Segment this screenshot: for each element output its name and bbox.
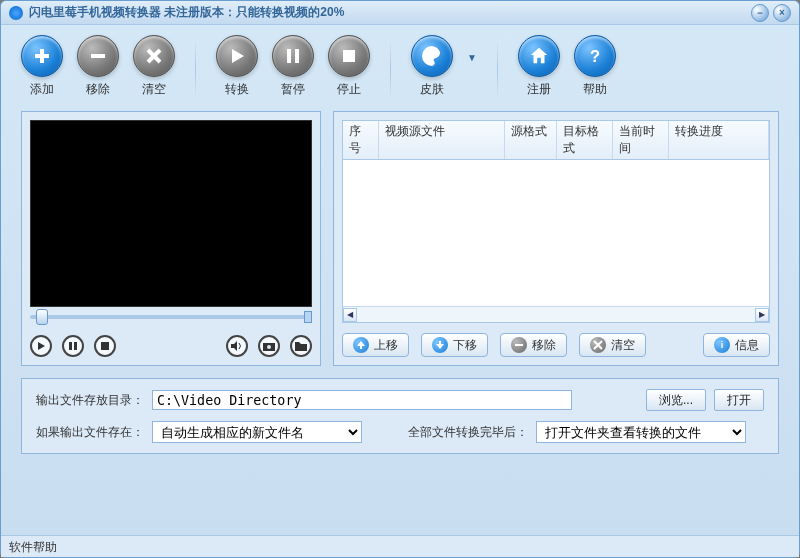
table-header: 序号 视频源文件 源格式 目标格式 当前时间 转换进度 xyxy=(343,121,769,160)
svg-marker-8 xyxy=(38,342,45,350)
svg-rect-10 xyxy=(74,342,77,350)
svg-rect-5 xyxy=(295,49,299,63)
col-progress[interactable]: 转换进度 xyxy=(669,121,769,159)
svg-rect-6 xyxy=(343,50,355,62)
preview-stop-button[interactable] xyxy=(94,335,116,357)
col-index[interactable]: 序号 xyxy=(343,121,379,159)
info-button[interactable]: i 信息 xyxy=(703,333,770,357)
col-source[interactable]: 视频源文件 xyxy=(379,121,505,159)
info-icon: i xyxy=(717,340,727,350)
horizontal-scrollbar[interactable]: ◀ ▶ xyxy=(343,306,769,322)
preview-volume-button[interactable] xyxy=(226,335,248,357)
after-label: 全部文件转换完毕后： xyxy=(408,424,528,441)
svg-rect-17 xyxy=(515,344,523,346)
after-select[interactable]: 打开文件夹查看转换的文件 xyxy=(536,421,746,443)
browse-button[interactable]: 浏览... xyxy=(646,389,706,411)
arrow-down-icon xyxy=(435,340,445,350)
titlebar[interactable]: 闪电里莓手机视频转换器 未注册版本：只能转换视频的20% － × xyxy=(1,1,799,25)
x-icon xyxy=(144,46,164,66)
output-panel: 输出文件存放目录： 浏览... 打开 如果输出文件存在： 自动生成相应的新文件名… xyxy=(21,378,779,454)
output-dir-input[interactable] xyxy=(152,390,572,410)
svg-text:?: ? xyxy=(590,47,600,65)
separator xyxy=(497,39,498,99)
separator xyxy=(195,39,196,99)
add-button[interactable]: 添加 xyxy=(21,35,63,98)
list-remove-button[interactable]: 移除 xyxy=(500,333,567,357)
scroll-left-icon[interactable]: ◀ xyxy=(343,308,357,322)
folder-icon xyxy=(295,341,307,351)
col-time[interactable]: 当前时间 xyxy=(613,121,669,159)
convert-button[interactable]: 转换 xyxy=(216,35,258,98)
preview-pause-button[interactable] xyxy=(62,335,84,357)
content-area: 序号 视频源文件 源格式 目标格式 当前时间 转换进度 ◀ ▶ 上移 xyxy=(1,105,799,366)
file-list-panel: 序号 视频源文件 源格式 目标格式 当前时间 转换进度 ◀ ▶ 上移 xyxy=(333,111,779,366)
output-dir-label: 输出文件存放目录： xyxy=(36,392,144,409)
preview-folder-button[interactable] xyxy=(290,335,312,357)
preview-panel xyxy=(21,111,321,366)
home-icon xyxy=(528,45,550,67)
seek-thumb[interactable] xyxy=(36,309,48,325)
register-button[interactable]: 注册 xyxy=(518,35,560,98)
svg-rect-9 xyxy=(69,342,72,350)
play-icon xyxy=(227,46,247,66)
remove-button[interactable]: 移除 xyxy=(77,35,119,98)
speaker-icon xyxy=(231,341,243,351)
svg-text:i: i xyxy=(721,340,724,350)
help-icon: ? xyxy=(584,45,606,67)
status-text: 软件帮助 xyxy=(9,540,57,554)
minus-icon xyxy=(88,46,108,66)
svg-marker-3 xyxy=(232,49,244,63)
svg-point-14 xyxy=(267,345,271,349)
preview-play-button[interactable] xyxy=(30,335,52,357)
stop-button[interactable]: 停止 xyxy=(328,35,370,98)
svg-rect-11 xyxy=(101,342,109,350)
svg-rect-2 xyxy=(91,54,105,58)
pause-button[interactable]: 暂停 xyxy=(272,35,314,98)
movedown-button[interactable]: 下移 xyxy=(421,333,488,357)
title-text: 闪电里莓手机视频转换器 未注册版本：只能转换视频的20% xyxy=(29,4,751,21)
minimize-button[interactable]: － xyxy=(751,4,769,22)
table-body[interactable] xyxy=(343,160,769,306)
preview-snapshot-button[interactable] xyxy=(258,335,280,357)
svg-marker-12 xyxy=(231,341,237,351)
plus-icon xyxy=(32,46,52,66)
pause-icon xyxy=(283,46,303,66)
main-toolbar: 添加 移除 清空 转换 暂停 停止 xyxy=(1,25,799,105)
skin-button[interactable]: 皮肤 xyxy=(411,35,453,98)
svg-rect-4 xyxy=(287,49,291,63)
exists-select[interactable]: 自动生成相应的新文件名 xyxy=(152,421,362,443)
scroll-right-icon[interactable]: ▶ xyxy=(755,308,769,322)
open-folder-button[interactable]: 打开 xyxy=(714,389,764,411)
seek-end-marker[interactable] xyxy=(304,311,312,323)
arrow-up-icon xyxy=(356,340,366,350)
help-button[interactable]: ? 帮助 xyxy=(574,35,616,98)
svg-marker-16 xyxy=(436,341,444,349)
statusbar: 软件帮助 xyxy=(1,535,799,557)
stop-icon xyxy=(100,341,110,351)
window-controls: － × xyxy=(751,4,791,22)
clear-button[interactable]: 清空 xyxy=(133,35,175,98)
app-icon xyxy=(9,6,23,20)
list-clear-button[interactable]: 清空 xyxy=(579,333,646,357)
stop-icon xyxy=(339,46,359,66)
play-icon xyxy=(36,341,46,351)
seek-slider[interactable] xyxy=(30,307,312,329)
video-preview[interactable] xyxy=(30,120,312,307)
col-srcformat[interactable]: 源格式 xyxy=(505,121,557,159)
minus-icon xyxy=(514,340,524,350)
exists-label: 如果输出文件存在： xyxy=(36,424,144,441)
pause-icon xyxy=(68,341,78,351)
col-dstformat[interactable]: 目标格式 xyxy=(557,121,613,159)
separator xyxy=(390,39,391,99)
file-table[interactable]: 序号 视频源文件 源格式 目标格式 当前时间 转换进度 ◀ ▶ xyxy=(342,120,770,323)
app-window: 闪电里莓手机视频转换器 未注册版本：只能转换视频的20% － × 添加 移除 清… xyxy=(0,0,800,558)
chevron-down-icon[interactable]: ▼ xyxy=(467,52,477,63)
svg-rect-1 xyxy=(35,54,49,58)
camera-icon xyxy=(263,341,275,351)
x-icon xyxy=(593,340,603,350)
close-button[interactable]: × xyxy=(773,4,791,22)
svg-marker-15 xyxy=(357,341,365,349)
moveup-button[interactable]: 上移 xyxy=(342,333,409,357)
list-buttons: 上移 下移 移除 清空 i 信息 xyxy=(342,323,770,357)
skin-icon xyxy=(420,44,444,68)
